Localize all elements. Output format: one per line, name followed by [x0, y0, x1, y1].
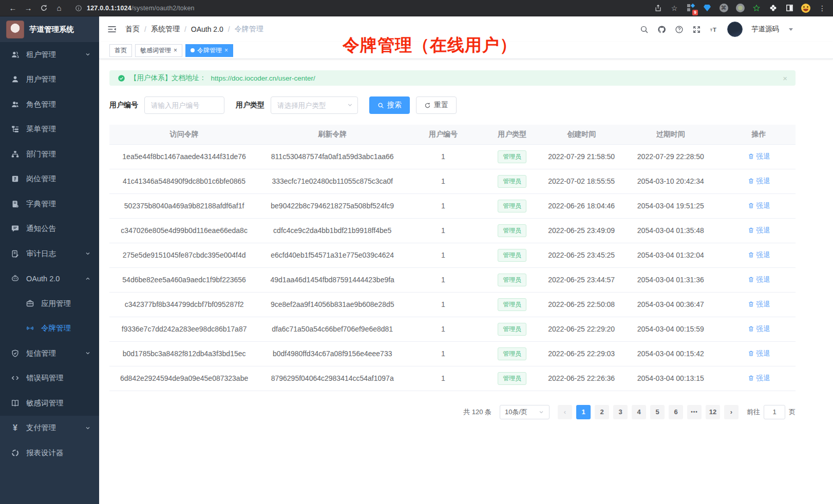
- force-logout-label: 强退: [756, 250, 770, 260]
- notice-alert: 【用户体系】文档地址： https://doc.iocoder.cn/user-…: [109, 70, 796, 86]
- expire-time-cell: 2054-03-04 01:32:04: [619, 243, 722, 267]
- notice-close-icon[interactable]: ×: [783, 74, 787, 83]
- tags-view-tab[interactable]: 首页: [109, 44, 132, 57]
- notice-doc-link[interactable]: https://doc.iocoder.cn/user-center/: [211, 74, 315, 82]
- pagination-page-3[interactable]: 3: [613, 405, 628, 419]
- sidebar-item-label: 错误码管理: [26, 373, 64, 383]
- fullscreen-icon[interactable]: [692, 25, 701, 34]
- sidebar-item-dictionary[interactable]: 字典管理: [0, 191, 99, 217]
- force-logout-button[interactable]: 强退: [748, 177, 770, 186]
- search-icon[interactable]: [640, 25, 649, 34]
- browser-home-icon[interactable]: ⌂: [52, 2, 66, 15]
- pagination-page-5[interactable]: 5: [650, 405, 665, 419]
- user-id-input[interactable]: [144, 96, 224, 114]
- force-logout-button[interactable]: 强退: [748, 300, 770, 309]
- pagination-page-4[interactable]: 4: [632, 405, 646, 419]
- tags-view-tab[interactable]: 敏感词管理×: [135, 44, 182, 57]
- profile-avatar-icon[interactable]: [801, 4, 810, 13]
- user-type-badge: 管理员: [498, 274, 526, 286]
- table-row: b0d1785bc3a8482f812db4a3f3bd15ecb0df4980…: [109, 341, 796, 366]
- breadcrumb-item[interactable]: OAuth 2.0: [191, 25, 223, 33]
- force-logout-button[interactable]: 强退: [748, 201, 770, 210]
- force-logout-button[interactable]: 强退: [748, 275, 770, 284]
- sidebar-item-label: OAuth 2.0: [26, 275, 60, 283]
- chevron-down-icon: [83, 349, 92, 358]
- browser-forward-icon[interactable]: →: [22, 2, 35, 15]
- extension-grid-icon[interactable]: 9: [686, 4, 695, 13]
- notice-text: 【用户体系】文档地址：: [130, 73, 206, 83]
- user-type-badge: 管理员: [498, 323, 526, 336]
- tags-view-tab[interactable]: 令牌管理×: [185, 44, 233, 57]
- sidebar-item-error-code[interactable]: 错误码管理: [0, 366, 99, 391]
- sidebar-item-menu-tree[interactable]: 菜单管理: [0, 117, 99, 142]
- address-bar[interactable]: 127.0.0.1:1024/system/oauth2/token: [75, 5, 646, 12]
- sidebar-item-app[interactable]: 应用管理: [0, 291, 99, 316]
- breadcrumb-item[interactable]: 首页: [125, 25, 140, 34]
- sidebar-item-oauth[interactable]: OAuth 2.0: [0, 266, 99, 292]
- sidebar-item-sms[interactable]: 短信管理: [0, 341, 99, 366]
- sidebar-collapse-icon[interactable]: [107, 24, 117, 34]
- sidebar-item-department[interactable]: 部门管理: [0, 142, 99, 167]
- sidebar-item-audit[interactable]: 审计日志: [0, 241, 99, 266]
- force-logout-button[interactable]: 强退: [748, 349, 770, 358]
- github-icon[interactable]: [657, 25, 666, 34]
- gem-extension-icon[interactable]: [703, 4, 712, 13]
- sidebar-item-user[interactable]: 用户管理: [0, 67, 99, 92]
- pagination-page-12[interactable]: 12: [706, 405, 720, 419]
- sidebar-item-role[interactable]: 角色管理: [0, 92, 99, 117]
- user-avatar[interactable]: [727, 22, 743, 37]
- page-size-select[interactable]: 10条/页: [500, 405, 550, 419]
- font-size-icon[interactable]: TT: [710, 25, 718, 34]
- filter-form: 用户编号 用户类型 搜索: [109, 96, 796, 114]
- search-button[interactable]: 搜索: [369, 96, 410, 114]
- pagination-page-2[interactable]: 2: [595, 405, 609, 419]
- user-type-cell: 管理员: [481, 193, 544, 218]
- table-row: f9336e7c7dd242a283ee98dc86b17a87dfa6c71a…: [109, 317, 796, 341]
- sidebar-item-sensitive-word[interactable]: 敏感词管理: [0, 391, 99, 416]
- command-extension-icon[interactable]: ⌘: [719, 4, 728, 13]
- user-menu-caret-icon[interactable]: [789, 28, 793, 31]
- username-label[interactable]: 芋道源码: [751, 25, 779, 34]
- reset-button[interactable]: 重置: [416, 96, 457, 114]
- sidebar-item-tenant[interactable]: 租户管理: [0, 42, 99, 67]
- pagination-next-button[interactable]: ›: [724, 405, 739, 419]
- recorder-extension-icon[interactable]: [735, 4, 745, 13]
- browser-back-icon[interactable]: ←: [6, 2, 20, 15]
- sidebar-item-post[interactable]: 岗位管理: [0, 167, 99, 192]
- menu-tree-icon: [11, 125, 20, 133]
- force-logout-button[interactable]: 强退: [748, 226, 770, 235]
- pagination-page-1[interactable]: 1: [576, 405, 591, 419]
- site-info-icon[interactable]: [75, 5, 82, 12]
- breadcrumb-item[interactable]: 系统管理: [151, 25, 180, 34]
- browser-menu-kebab-icon[interactable]: ⋮: [818, 4, 827, 13]
- expire-time-cell: 2054-03-04 19:51:25: [619, 193, 722, 218]
- goto-page-input[interactable]: [764, 405, 785, 419]
- browser-reload-icon[interactable]: [37, 2, 50, 15]
- force-logout-button[interactable]: 强退: [748, 374, 770, 383]
- tab-close-icon[interactable]: ×: [174, 47, 177, 53]
- help-icon[interactable]: [675, 25, 684, 34]
- user-type-cell: 管理员: [481, 317, 544, 341]
- force-logout-button[interactable]: 强退: [748, 324, 770, 334]
- share-icon[interactable]: [653, 4, 662, 13]
- contrast-extension-icon[interactable]: [785, 4, 794, 13]
- force-logout-button[interactable]: 强退: [748, 152, 770, 161]
- sidebar-item-report[interactable]: 报表设计器: [0, 440, 99, 466]
- user-type-select[interactable]: [271, 96, 358, 114]
- bookmark-star-icon[interactable]: ☆: [670, 4, 679, 13]
- access-token-cell: 502375b8040a469a9b82188afdf6af1f: [109, 193, 259, 218]
- sidebar-item-token[interactable]: 令牌管理: [0, 316, 99, 341]
- user-id-cell: 1: [406, 169, 481, 193]
- sidebar-item-announcement[interactable]: 通知公告: [0, 217, 99, 242]
- pinwheel-extension-icon[interactable]: [768, 4, 778, 13]
- pagination-page-6[interactable]: 6: [669, 405, 683, 419]
- sidebar-item-pay[interactable]: ¥支付管理: [0, 416, 99, 441]
- user-id-cell: 1: [406, 218, 481, 243]
- green-star-extension-icon[interactable]: [752, 4, 761, 13]
- pagination-prev-button[interactable]: ‹: [558, 405, 572, 419]
- extension-badge: 9: [692, 10, 698, 15]
- sidebar-logo[interactable]: 芋道管理系统: [0, 16, 99, 42]
- force-logout-button[interactable]: 强退: [748, 250, 770, 260]
- pagination-ellipsis[interactable]: •••: [687, 405, 702, 419]
- tab-close-icon[interactable]: ×: [224, 47, 228, 53]
